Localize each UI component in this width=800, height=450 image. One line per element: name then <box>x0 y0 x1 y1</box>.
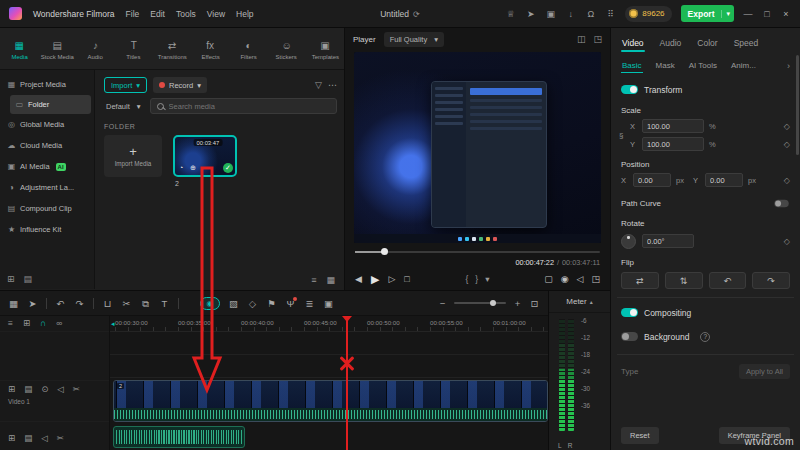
timeline-lanes[interactable]: ◂ 00:00:30:00 00:00:35:00 00:00:40:00 00… <box>110 316 548 450</box>
transform-toggle[interactable] <box>621 85 638 94</box>
zoom-slider-handle[interactable] <box>490 300 496 306</box>
scale-y-input[interactable] <box>642 137 704 151</box>
import-button[interactable]: Import▾ <box>104 77 147 93</box>
properties-scrollbar[interactable] <box>796 55 799 155</box>
nav-project-media[interactable]: ▦Project Media <box>0 74 94 95</box>
download-icon[interactable]: ↓ <box>565 9 576 19</box>
credits-badge[interactable]: 89626 <box>625 6 671 22</box>
apply-to-all-button[interactable]: Apply to All <box>739 364 790 379</box>
keyframe-diamond-icon[interactable]: ◇ <box>784 122 790 131</box>
rotate-input[interactable] <box>642 234 694 248</box>
nav-compound-clip[interactable]: ▤Compound Clip <box>0 198 94 219</box>
caret-down-icon[interactable]: ▾ <box>485 274 489 284</box>
tab-color[interactable]: Color <box>696 35 718 51</box>
clip-add-icon[interactable]: ⊕ <box>190 164 196 172</box>
screen-capture-icon[interactable]: ▣ <box>545 9 556 19</box>
apps-icon[interactable]: ⠿ <box>605 9 616 19</box>
share-icon[interactable]: ➤ <box>525 9 536 19</box>
progress-handle[interactable] <box>381 248 388 255</box>
filter-icon[interactable]: ▽ <box>315 80 322 90</box>
add-track-icon[interactable]: ⊞ <box>23 319 30 328</box>
split-icon[interactable]: ✂ <box>121 298 132 309</box>
flip-horizontal-button[interactable]: ⇄ <box>621 272 659 289</box>
search-input[interactable] <box>169 102 330 111</box>
playhead-handle[interactable] <box>342 316 352 322</box>
marker-icon[interactable]: ⚑ <box>266 298 277 309</box>
menu-tools[interactable]: Tools <box>176 9 196 19</box>
link-scale-icon[interactable]: § <box>619 131 623 140</box>
new-folder-icon[interactable]: ⊞ <box>7 274 15 284</box>
text-tool-icon[interactable]: T <box>159 298 170 309</box>
meter-expand-icon[interactable]: ▴ <box>590 298 593 305</box>
tab-video[interactable]: Video <box>621 35 645 51</box>
voiceover-mic-icon[interactable]: Ψ <box>285 298 296 309</box>
preview-viewport[interactable] <box>354 52 601 243</box>
render-preview-button[interactable]: ◉ <box>200 297 220 310</box>
tab-filters[interactable]: ◐Filters <box>229 31 267 69</box>
menu-file[interactable]: File <box>126 9 140 19</box>
grid-view-icon[interactable]: ▦ <box>326 275 335 285</box>
chevron-right-icon[interactable]: › <box>787 61 790 71</box>
export-caret-icon[interactable]: ▾ <box>721 10 734 18</box>
keyframe-diamond-icon[interactable]: ◇ <box>784 237 790 246</box>
background-toggle[interactable] <box>621 332 638 341</box>
nav-influence-kit[interactable]: ★Influence Kit <box>0 219 94 240</box>
nav-folder[interactable]: ▭Folder <box>10 95 91 114</box>
menu-edit[interactable]: Edit <box>150 9 165 19</box>
reset-button[interactable]: Reset <box>621 427 659 444</box>
rotate-cw-button[interactable]: ↷ <box>752 272 790 289</box>
help-icon[interactable]: ? <box>700 332 710 342</box>
playback-progress-bar[interactable] <box>355 247 600 257</box>
tab-titles[interactable]: TTitles <box>115 31 153 69</box>
nav-cloud-media[interactable]: ☁Cloud Media <box>0 135 94 156</box>
media-clip-thumbnail[interactable]: 00:03:47 ◔ ⊕ ✓ <box>173 135 237 177</box>
tab-speed[interactable]: Speed <box>733 35 760 51</box>
detach-player-icon[interactable]: ◳ <box>593 34 602 44</box>
track-add-icon[interactable]: ⊞ <box>8 434 15 443</box>
more-options-icon[interactable]: ⋯ <box>328 80 337 90</box>
timeline-ruler[interactable]: ◂ 00:00:30:00 00:00:35:00 00:00:40:00 00… <box>110 316 548 332</box>
previous-frame-button[interactable]: ◀ <box>355 274 362 284</box>
tab-effects[interactable]: fxEffects <box>191 31 229 69</box>
import-media-tile[interactable]: + Import Media <box>104 135 162 177</box>
close-button[interactable]: × <box>781 9 791 19</box>
crop-icon[interactable]: ⧉ <box>140 298 151 309</box>
track-lock-icon[interactable]: ✂ <box>57 434 64 443</box>
display-settings-icon[interactable]: ▢ <box>544 274 553 284</box>
keyframe-diamond-icon[interactable]: ◇ <box>784 140 790 149</box>
quality-dropdown[interactable]: Full Quality▾ <box>384 32 444 47</box>
tab-transitions[interactable]: ⇄Transitions <box>153 31 191 69</box>
redo-icon[interactable]: ↷ <box>74 298 85 309</box>
audio-mixer-icon[interactable]: ≣ <box>304 298 315 309</box>
tab-media[interactable]: ▦Media <box>0 31 38 69</box>
menu-view[interactable]: View <box>207 9 225 19</box>
tab-stickers[interactable]: ☺Stickers <box>268 31 306 69</box>
rotate-ccw-button[interactable]: ↶ <box>709 272 747 289</box>
play-button[interactable]: ▶ <box>371 273 379 286</box>
subtab-mask[interactable]: Mask <box>655 59 676 72</box>
track-add-icon[interactable]: ⊞ <box>8 385 15 394</box>
zoom-out-icon[interactable]: − <box>437 298 448 309</box>
position-y-input[interactable] <box>705 173 743 187</box>
stop-button[interactable]: □ <box>404 274 409 284</box>
compositing-toggle[interactable] <box>621 308 638 317</box>
subtab-basic[interactable]: Basic <box>621 59 643 72</box>
subtab-animation[interactable]: Anim... <box>730 59 757 72</box>
audio-clip[interactable] <box>113 426 245 448</box>
tab-audio-props[interactable]: Audio <box>659 35 683 51</box>
track-layout-icon[interactable]: ▦ <box>8 298 19 309</box>
snapshot-frame-icon[interactable]: ▣ <box>323 298 334 309</box>
tab-audio[interactable]: ♪Audio <box>76 31 114 69</box>
path-curve-toggle[interactable] <box>774 200 788 208</box>
link-clips-icon[interactable]: ∞ <box>56 319 62 328</box>
timeline-zoom-slider[interactable] <box>454 302 506 304</box>
video-clip[interactable]: 2 <box>113 380 548 422</box>
maximize-button[interactable]: □ <box>762 9 772 19</box>
minimize-button[interactable]: — <box>743 9 753 19</box>
track-folder-icon[interactable]: ▤ <box>24 434 32 443</box>
compare-view-icon[interactable]: ◫ <box>577 34 586 44</box>
snapshot-icon[interactable]: ◉ <box>561 274 569 284</box>
clip-speed-icon[interactable]: ◔ <box>179 164 183 172</box>
keyframe-shortcut-icon[interactable]: ◇ <box>247 298 258 309</box>
select-tool-icon[interactable]: ➤ <box>27 298 38 309</box>
